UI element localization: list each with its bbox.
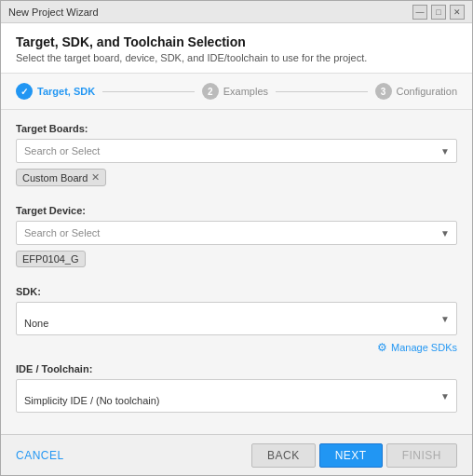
- manage-sdks-link[interactable]: ⚙ Manage SDKs: [377, 341, 457, 354]
- next-button[interactable]: NEXT: [319, 443, 383, 468]
- page-title: Target, SDK, and Toolchain Selection: [16, 34, 457, 49]
- footer-nav-buttons: BACK NEXT FINISH: [251, 443, 457, 468]
- window-title: New Project Wizard: [8, 7, 99, 18]
- target-boards-tag-close[interactable]: ✕: [91, 171, 100, 184]
- step-label-examples: Examples: [223, 86, 268, 97]
- manage-sdks-label: Manage SDKs: [391, 342, 457, 353]
- step-icon-target-sdk: ✓: [16, 83, 33, 100]
- gear-icon: ⚙: [377, 341, 387, 354]
- step-icon-configuration: 3: [375, 83, 392, 100]
- step-label-configuration: Configuration: [397, 86, 457, 97]
- header: Target, SDK, and Toolchain Selection Sel…: [1, 23, 472, 74]
- sdk-manage-row: ⚙ Manage SDKs: [16, 341, 457, 354]
- maximize-button[interactable]: □: [431, 5, 446, 20]
- back-button[interactable]: BACK: [251, 443, 316, 468]
- window: New Project Wizard — □ ✕ Target, SDK, an…: [0, 0, 473, 476]
- toolchain-label: IDE / Toolchain:: [16, 363, 457, 374]
- target-boards-select-wrapper: Search or Select ▼: [16, 139, 457, 163]
- target-device-select[interactable]: Search or Select: [16, 221, 457, 245]
- step-configuration[interactable]: 3 Configuration: [375, 83, 457, 100]
- title-bar: New Project Wizard — □ ✕: [1, 1, 472, 23]
- target-boards-select[interactable]: Search or Select: [16, 139, 457, 163]
- step-icon-examples: 2: [202, 83, 219, 100]
- toolchain-select[interactable]: Simplicity IDE / (No toolchain): [16, 379, 457, 413]
- toolchain-select-wrapper: Select IDE / Toolchain Simplicity IDE / …: [16, 379, 457, 413]
- close-button[interactable]: ✕: [450, 5, 465, 20]
- title-bar-buttons: — □ ✕: [412, 5, 465, 20]
- target-boards-label: Target Boards:: [16, 123, 457, 134]
- target-boards-tag: Custom Board ✕: [16, 169, 106, 186]
- target-device-label: Target Device:: [16, 205, 457, 216]
- page-subtitle: Select the target board, device, SDK, an…: [16, 52, 457, 63]
- target-device-select-wrapper: Search or Select ▼: [16, 221, 457, 245]
- sdk-select-wrapper: Select SDK None ▼: [16, 302, 457, 335]
- sdk-section: SDK: Select SDK None ▼ ⚙ Manage SDKs: [16, 286, 457, 354]
- toolchain-section: IDE / Toolchain: Select IDE / Toolchain …: [16, 363, 457, 413]
- step-target-sdk[interactable]: ✓ Target, SDK: [16, 83, 95, 100]
- step-separator-1: [102, 91, 195, 92]
- target-device-tag: EFP0104_G: [16, 251, 86, 267]
- finish-button[interactable]: FINISH: [386, 443, 457, 468]
- target-device-section: Target Device: Search or Select ▼ EFP010…: [16, 205, 457, 277]
- cancel-button[interactable]: CANCEL: [16, 449, 64, 462]
- footer: CANCEL BACK NEXT FINISH: [1, 434, 472, 475]
- target-boards-section: Target Boards: Search or Select ▼ Custom…: [16, 123, 457, 196]
- minimize-button[interactable]: —: [412, 5, 427, 20]
- step-examples[interactable]: 2 Examples: [202, 83, 268, 100]
- wizard-steps: ✓ Target, SDK 2 Examples 3 Configuration: [1, 74, 472, 110]
- step-label-target-sdk: Target, SDK: [37, 86, 95, 97]
- sdk-select[interactable]: None: [16, 302, 457, 335]
- content-area: Target Boards: Search or Select ▼ Custom…: [1, 110, 472, 434]
- step-separator-2: [276, 91, 368, 92]
- sdk-label: SDK:: [16, 286, 457, 297]
